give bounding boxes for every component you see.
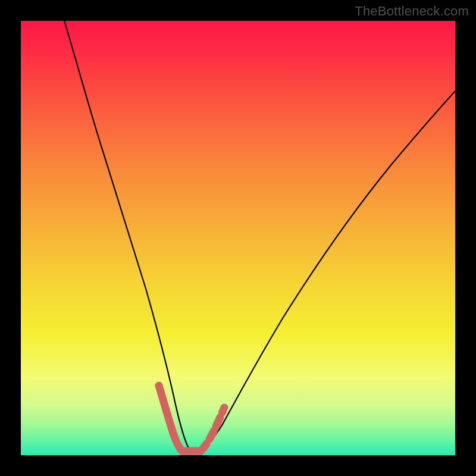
optimal-zone-marker-right	[201, 408, 224, 451]
watermark-text: TheBottleneck.com	[355, 4, 469, 19]
chart-frame: TheBottleneck.com	[0, 0, 476, 476]
plot-area	[21, 21, 455, 455]
curve-layer	[21, 21, 455, 455]
bottleneck-curve	[64, 21, 455, 450]
